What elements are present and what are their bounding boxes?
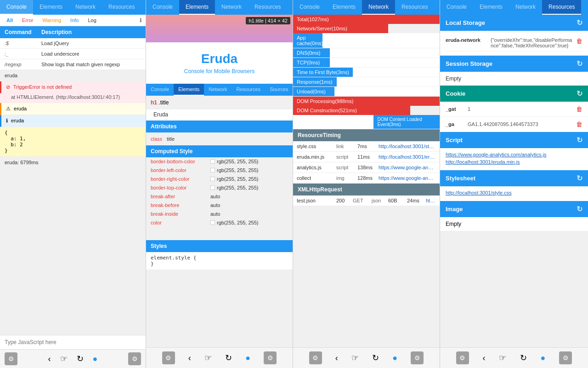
network-scroll[interactable]: Total(1027ms) Network/Server(10ms) App c…: [293, 15, 440, 347]
tab-network-3[interactable]: Network: [362, 0, 395, 15]
delete-gat-icon[interactable]: 🗑: [576, 105, 582, 113]
tab-resources-2[interactable]: Resources: [248, 0, 287, 15]
console-input[interactable]: [5, 339, 141, 345]
inner-tab-console[interactable]: Console: [146, 84, 174, 96]
back-icon[interactable]: ‹: [48, 354, 51, 364]
perf-dns: DNS(0ms): [293, 48, 330, 58]
back-icon-net[interactable]: ‹: [335, 353, 338, 363]
local-storage-card: Local Storage ↻ eruda-network {"override…: [440, 15, 588, 56]
inner-tab-bar: Console Elements Network Resources Sourc…: [146, 84, 293, 96]
tab-console[interactable]: Console: [0, 0, 33, 15]
filter-info[interactable]: Info: [68, 17, 81, 24]
perf-unload: Unload(0ms): [293, 87, 334, 96]
cmd-row-regexp: /regexp Show logs that match given regex…: [0, 59, 146, 70]
delete-eruda-icon[interactable]: 🗑: [576, 37, 582, 45]
timing-analytics-js[interactable]: analytics.js script 138ms https://www.go…: [293, 162, 440, 173]
filter-all[interactable]: All: [4, 17, 16, 24]
timing-name-css: style.css: [297, 144, 334, 149]
timing-collect[interactable]: collect img 128ms https://www.google-ana…: [293, 173, 440, 184]
xhr-name-test: test.json: [297, 198, 334, 203]
local-storage-refresh[interactable]: ↻: [577, 18, 582, 27]
cookie-title: Cookie: [446, 90, 465, 97]
xhr-method: GET: [353, 198, 369, 203]
tab-resources-4[interactable]: Resources: [542, 0, 581, 15]
circle-icon-el[interactable]: ●: [245, 353, 250, 363]
settings-icon-net-r[interactable]: ⚙: [411, 351, 424, 364]
tab-elements-4[interactable]: Elements: [473, 0, 509, 15]
script-link-eruda[interactable]: http://localhost:3001/eruda.min.js: [446, 159, 582, 165]
settings-icon-res[interactable]: ⚙: [456, 351, 469, 364]
settings-icon-right[interactable]: ⚙: [128, 352, 141, 365]
tab-console-4[interactable]: Console: [440, 0, 473, 15]
circle-icon[interactable]: ●: [93, 354, 98, 364]
filter-log[interactable]: Log: [85, 17, 99, 24]
tab-resources-1[interactable]: Resources: [102, 0, 141, 15]
cookie-refresh[interactable]: ↻: [577, 89, 582, 98]
perf-total-label: Total(1027ms): [293, 15, 440, 24]
timing-eruda-js[interactable]: eruda.min.js script 11ms http://localhos…: [293, 152, 440, 162]
refresh-icon-bottom[interactable]: ↻: [77, 354, 84, 364]
filter-error[interactable]: Error: [19, 17, 36, 24]
script-link-analytics[interactable]: https://www.google-analytics.com/analyti…: [446, 152, 582, 157]
circle-icon-res[interactable]: ●: [541, 353, 546, 363]
stylesheet-header: Stylesheet ↻: [440, 170, 588, 186]
resources-scroll[interactable]: Local Storage ↻ eruda-network {"override…: [440, 15, 588, 347]
cursor-icon-res[interactable]: ☞: [499, 353, 506, 363]
desc-col-header: Description: [41, 29, 141, 35]
tab-sources-1[interactable]: Sources: [141, 0, 146, 15]
tab-network-1[interactable]: Network: [69, 0, 102, 15]
xhr-type: json: [372, 198, 385, 203]
tab-sources-4[interactable]: Sources: [581, 0, 588, 15]
inner-tab-network[interactable]: Network: [204, 84, 232, 96]
inner-tab-resources[interactable]: Resources: [232, 84, 266, 96]
settings-icon-el[interactable]: ⚙: [162, 351, 175, 364]
xhr-test-json[interactable]: test.json 200 GET json 60B 24ms http://l…: [293, 196, 440, 206]
back-icon-el[interactable]: ‹: [188, 353, 191, 363]
delete-ga-icon[interactable]: 🗑: [576, 121, 582, 128]
tab-elements-2[interactable]: Elements: [179, 0, 215, 15]
log-eruda-warn: ⚠ eruda: [0, 103, 146, 115]
session-storage-refresh[interactable]: ↻: [577, 59, 582, 68]
back-icon-res[interactable]: ‹: [483, 353, 486, 363]
style-val-blc: rgb(255, 255, 255): [217, 167, 259, 173]
session-storage-title: Session Storage: [446, 60, 492, 67]
image-refresh[interactable]: ↻: [577, 205, 582, 213]
settings-icon-net[interactable]: ⚙: [309, 351, 322, 364]
tab-sources-2[interactable]: Sources: [287, 0, 293, 15]
xhr-url: http://localhost:3...: [426, 198, 436, 203]
log-trigger-error: ⊘ TriggerError is not defined: [0, 81, 146, 93]
settings-icon-el-r[interactable]: ⚙: [264, 351, 277, 364]
inner-tab-sources[interactable]: Sources: [265, 84, 293, 96]
cursor-icon-net[interactable]: ☞: [351, 353, 359, 363]
inner-tab-elements[interactable]: Elements: [174, 84, 204, 96]
cookie-ga-value: GA1.1.442087095.1464573373: [468, 121, 572, 127]
tab-elements-1[interactable]: Elements: [33, 0, 69, 15]
tab-sources-3[interactable]: Sources: [434, 0, 440, 15]
cursor-icon[interactable]: ☞: [60, 354, 68, 364]
info-icon[interactable]: ℹ: [140, 17, 142, 23]
tab-console-2[interactable]: Console: [146, 0, 179, 15]
circle-icon-net[interactable]: ●: [392, 353, 397, 363]
stylesheet-link[interactable]: http://localhost:3001/style.css: [446, 190, 582, 196]
tab-network-4[interactable]: Network: [509, 0, 542, 15]
color-swatch-brc: [210, 177, 215, 181]
script-refresh[interactable]: ↻: [577, 136, 582, 144]
info-text: eruda: [11, 118, 24, 123]
filter-warning[interactable]: Warning: [40, 17, 64, 24]
computed-style-scroll[interactable]: border-bottom-color rgb(255, 255, 255) b…: [146, 157, 293, 240]
perf-cache-row: App cache(0ms): [293, 33, 440, 48]
tab-console-3[interactable]: Console: [293, 0, 326, 15]
tab-elements-3[interactable]: Elements: [326, 0, 362, 15]
refresh-icon-el[interactable]: ↻: [225, 353, 232, 363]
local-storage-content: eruda-network {"overrideXhr":true,"disab…: [440, 31, 588, 56]
cursor-icon-el[interactable]: ☞: [204, 353, 212, 363]
settings-icon-res-r[interactable]: ⚙: [559, 351, 572, 364]
refresh-icon-res[interactable]: ↻: [520, 353, 527, 363]
settings-icon-left[interactable]: ⚙: [5, 352, 17, 365]
stylesheet-refresh[interactable]: ↻: [577, 174, 582, 183]
tab-network-2[interactable]: Network: [215, 0, 248, 15]
refresh-icon-net[interactable]: ↻: [372, 353, 379, 363]
tab-resources-3[interactable]: Resources: [395, 0, 434, 15]
console-log-scroll[interactable]: eruda ⊘ TriggerError is not defined at H…: [0, 70, 146, 335]
timing-style-css[interactable]: style.css link 7ms http://localhost:3001…: [293, 141, 440, 152]
